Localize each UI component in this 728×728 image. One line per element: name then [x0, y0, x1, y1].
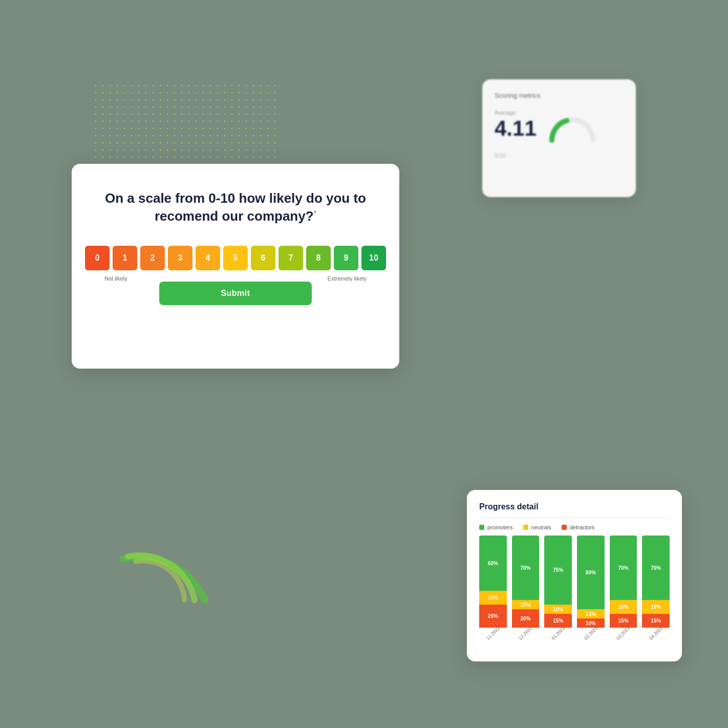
legend-dot-neutrals	[523, 525, 528, 530]
scoring-value: 4.11	[495, 118, 537, 139]
bar-segment-neutrals: 15%	[642, 600, 670, 614]
bar-group-04.2023: 15%15%70%04.2023	[642, 536, 670, 636]
scale-btn-7[interactable]: 7	[279, 246, 303, 270]
legend-dot-promoters	[479, 525, 484, 530]
bar-segment-promoters: 75%	[544, 536, 572, 605]
legend: promoters neutrals detractors	[479, 524, 670, 530]
bar-date-label: 01.2023	[550, 626, 566, 641]
scale-btn-10[interactable]: 10	[361, 246, 386, 270]
bar-segment-promoters: 70%	[610, 536, 637, 600]
scale-btn-6[interactable]: 6	[251, 246, 275, 270]
legend-label-detractors: detractors	[570, 524, 595, 530]
progress-title: Progress detail	[479, 502, 670, 511]
progress-divider	[479, 518, 670, 518]
scale-btn-9[interactable]: 9	[334, 246, 358, 270]
rating-question: On a scale from 0-10 how likely do you t…	[102, 189, 369, 225]
bar-segment-neutrals: 10%	[544, 605, 572, 614]
bar-segment-neutrals: 10%	[512, 600, 540, 609]
legend-label-neutrals: neutrals	[531, 524, 551, 530]
bar-date-label: 02.2023	[583, 626, 598, 641]
bar-segment-promoters: 80%	[577, 536, 605, 609]
scale-btn-2[interactable]: 2	[140, 246, 165, 270]
scoring-label: Average	[495, 110, 537, 116]
bar-group-11.2022: 25%15%60%11.2022	[479, 536, 507, 636]
submit-button[interactable]: Submit	[159, 282, 311, 305]
bar-group-01.2023: 15%10%75%01.2023	[544, 536, 572, 636]
scale-btn-1[interactable]: 1	[113, 246, 137, 270]
scale-buttons-container: 012345678910	[85, 246, 386, 270]
bar-date-label: 04.2023	[648, 626, 663, 641]
scale-btn-4[interactable]: 4	[196, 246, 220, 270]
scoring-title: Scoring metrics	[495, 92, 624, 99]
bar-group-03.2023: 15%15%70%03.2023	[610, 536, 637, 636]
bar-segment-neutrals: 15%	[479, 591, 507, 605]
bar-group-02.2023: 10%10%80%02.2023	[577, 536, 605, 636]
scale-btn-8[interactable]: 8	[306, 246, 331, 270]
scale-btn-0[interactable]: 0	[85, 246, 110, 270]
scoring-bottom: 5/10	[495, 153, 624, 159]
not-likely-label: Not likely	[104, 275, 127, 282]
bar-segment-promoters: 70%	[642, 536, 670, 600]
scale-btn-3[interactable]: 3	[168, 246, 192, 270]
progress-card: Progress detail promoters neutrals detra…	[467, 490, 682, 661]
legend-item-detractors: detractors	[562, 524, 595, 530]
scale-btn-5[interactable]: 5	[223, 246, 248, 270]
legend-label-promoters: promoters	[487, 524, 513, 530]
bar-segment-detractors: 10%	[577, 618, 605, 628]
scoring-card: Scoring metrics Average 4.11 5/10	[482, 79, 636, 197]
bar-date-label: 11.2022	[485, 626, 501, 641]
bar-segment-promoters: 60%	[479, 536, 507, 591]
bar-segment-detractors: 20%	[512, 609, 540, 628]
scale-labels-row: Not likely Extremely likely	[102, 275, 369, 282]
arc-decoration	[113, 518, 215, 610]
bar-date-label: 12.2022	[518, 626, 533, 641]
legend-item-neutrals: neutrals	[523, 524, 551, 530]
bar-group-12.2022: 20%10%70%12.2022	[512, 536, 540, 636]
legend-dot-detractors	[562, 525, 567, 530]
bars-container: 25%15%60%11.202220%10%70%12.202215%10%75…	[479, 539, 670, 651]
bar-segment-promoters: 70%	[512, 536, 540, 600]
bar-segment-detractors: 15%	[544, 614, 572, 628]
extremely-likely-label: Extremely likely	[328, 275, 367, 282]
bar-segment-neutrals: 10%	[577, 609, 605, 618]
bar-segment-neutrals: 15%	[610, 600, 637, 614]
gauge-chart	[547, 110, 598, 145]
legend-item-promoters: promoters	[479, 524, 513, 530]
rating-card: On a scale from 0-10 how likely do you t…	[72, 164, 399, 369]
bar-segment-detractors: 15%	[610, 614, 637, 628]
bar-date-label: 03.2023	[615, 626, 631, 641]
bar-segment-detractors: 25%	[479, 605, 507, 628]
bar-segment-detractors: 15%	[642, 614, 670, 628]
